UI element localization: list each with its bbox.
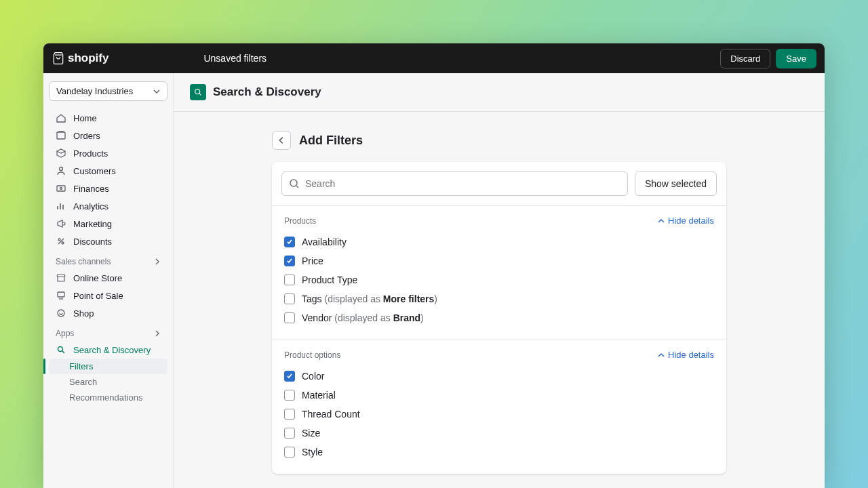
app-window: shopify Unsaved filters Discard Save Van…: [43, 43, 825, 488]
sidebar-item-orders[interactable]: Orders: [49, 127, 167, 144]
filter-option-thread-count[interactable]: Thread Count: [284, 405, 714, 424]
svg-point-8: [58, 347, 63, 352]
filter-option-price[interactable]: Price: [284, 251, 714, 270]
hide-details-button[interactable]: Hide details: [657, 350, 714, 360]
sidebar-item-products[interactable]: Products: [49, 144, 167, 162]
filter-option-availability[interactable]: Availability: [284, 232, 714, 251]
svg-point-3: [60, 188, 62, 190]
sidebar-item-home[interactable]: Home: [49, 109, 167, 127]
marketing-icon: [56, 218, 66, 229]
store-selector[interactable]: Vandelay Industries: [49, 81, 167, 101]
shopify-bag-icon: [52, 51, 65, 66]
apps-header[interactable]: Apps: [49, 322, 167, 341]
checkbox[interactable]: [284, 390, 295, 401]
status-text: Unsaved filters: [203, 53, 267, 64]
show-selected-button[interactable]: Show selected: [635, 171, 717, 196]
checkbox[interactable]: [284, 237, 295, 247]
sidebar-item-search-discovery[interactable]: Search & Discovery: [49, 341, 167, 359]
content: Search & Discovery Add Filters: [174, 73, 825, 488]
filter-option-label: Thread Count: [302, 409, 360, 420]
search-row: Show selected: [272, 162, 726, 206]
chevron-right-icon: [154, 258, 161, 265]
svg-point-10: [290, 180, 297, 186]
sidebar-item-label: Home: [73, 113, 97, 123]
chevron-up-icon: [657, 351, 665, 359]
search-input[interactable]: [300, 178, 620, 189]
section-title: Products: [284, 216, 316, 226]
filter-option-size[interactable]: Size: [284, 424, 714, 443]
filter-option-label: Size: [302, 428, 320, 439]
checkbox[interactable]: [284, 256, 295, 266]
sidebar-item-online-store[interactable]: Online Store: [49, 269, 167, 287]
topbar: shopify Unsaved filters Discard Save: [43, 43, 825, 73]
checkbox[interactable]: [284, 409, 295, 420]
discard-button[interactable]: Discard: [720, 49, 770, 68]
sidebar-item-label: Search & Discovery: [73, 345, 151, 355]
checkbox[interactable]: [284, 293, 295, 304]
svg-rect-6: [58, 292, 64, 297]
sidebar-item-label: Discounts: [73, 237, 112, 247]
filter-option-label: Style: [302, 447, 323, 458]
customers-icon: [56, 165, 66, 176]
save-button[interactable]: Save: [776, 49, 816, 68]
sidebar-item-finances[interactable]: Finances: [49, 180, 167, 197]
store-icon: [56, 272, 66, 283]
filter-option-style[interactable]: Style: [284, 443, 714, 462]
search-input-wrap[interactable]: [281, 171, 628, 196]
products-icon: [56, 148, 66, 159]
sidebar-item-label: Analytics: [73, 201, 108, 211]
sidebar-sub-search[interactable]: Search: [49, 374, 167, 390]
orders-icon: [56, 130, 66, 141]
checkbox[interactable]: [284, 312, 295, 323]
hide-details-label: Hide details: [668, 350, 714, 360]
apps-label: Apps: [56, 329, 74, 338]
brand-text: shopify: [68, 52, 108, 65]
page: Add Filters Show selected Products: [174, 112, 825, 488]
checkbox[interactable]: [284, 428, 295, 439]
sidebar: Vandelay Industries Home Orders Products…: [43, 73, 174, 488]
filter-option-material[interactable]: Material: [284, 386, 714, 405]
filter-option-product-type[interactable]: Product Type: [284, 270, 714, 289]
sales-channels-label: Sales channels: [56, 257, 111, 266]
hide-details-button[interactable]: Hide details: [657, 216, 714, 226]
filter-option-label: Material: [302, 390, 336, 401]
sidebar-sub-recommendations[interactable]: Recommendations: [49, 390, 167, 405]
analytics-icon: [56, 201, 66, 211]
sales-channels-header[interactable]: Sales channels: [49, 250, 167, 269]
filters-card: Show selected Products Hide details Avai…: [272, 162, 726, 474]
checkbox[interactable]: [284, 447, 295, 458]
discounts-icon: [56, 236, 66, 247]
filter-option-label: Availability: [302, 237, 347, 247]
sidebar-item-label: Products: [73, 148, 108, 159]
topbar-actions: Discard Save: [720, 49, 816, 68]
back-button[interactable]: [272, 131, 291, 150]
sidebar-item-discounts[interactable]: Discounts: [49, 232, 167, 250]
filter-option-color[interactable]: Color: [284, 367, 714, 386]
filter-option-vendor[interactable]: Vendor (displayed as Brand): [284, 308, 714, 327]
app-header: Search & Discovery: [174, 73, 825, 112]
filter-option-label: Product Type: [302, 274, 357, 285]
page-title: Add Filters: [299, 134, 363, 148]
checkbox[interactable]: [284, 274, 295, 285]
chevron-right-icon: [154, 330, 161, 337]
search-discovery-app-icon: [190, 84, 206, 100]
sidebar-item-marketing[interactable]: Marketing: [49, 215, 167, 232]
caret-down-icon: [153, 88, 160, 95]
store-name: Vandelay Industries: [56, 86, 133, 96]
sidebar-item-shop[interactable]: Shop: [49, 304, 167, 322]
shopify-logo: shopify: [52, 51, 108, 66]
filter-section-products: Products Hide details Availability Price…: [272, 206, 726, 340]
sidebar-item-customers[interactable]: Customers: [49, 162, 167, 180]
checkbox[interactable]: [284, 371, 295, 382]
finances-icon: [56, 183, 66, 194]
sidebar-item-label: Marketing: [73, 219, 112, 229]
hide-details-label: Hide details: [668, 216, 714, 226]
svg-point-4: [58, 239, 60, 241]
sidebar-sub-filters[interactable]: Filters: [49, 359, 167, 374]
search-app-icon: [56, 344, 66, 355]
svg-point-5: [62, 242, 64, 244]
filter-option-tags[interactable]: Tags (displayed as More filters): [284, 289, 714, 308]
sidebar-item-analytics[interactable]: Analytics: [49, 197, 167, 215]
chevron-up-icon: [657, 217, 665, 225]
sidebar-item-point-of-sale[interactable]: Point of Sale: [49, 287, 167, 304]
